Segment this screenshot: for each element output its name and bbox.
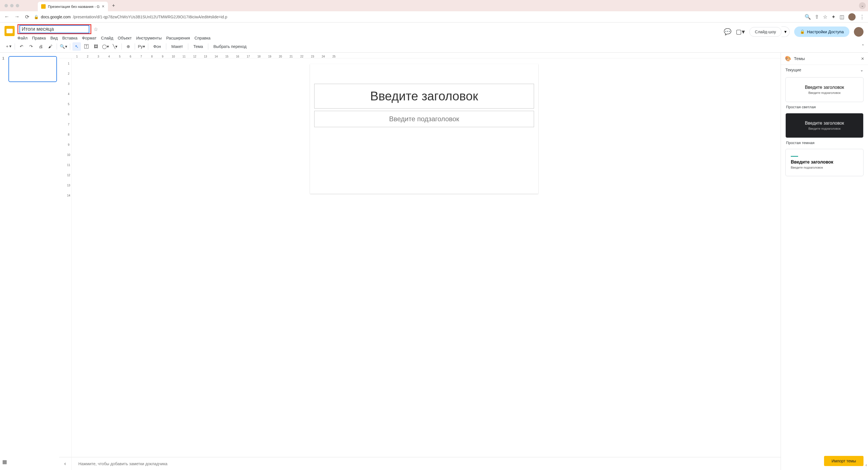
account-avatar[interactable]: [854, 27, 864, 37]
menu-arrange[interactable]: Объект: [118, 36, 132, 40]
separator: [121, 43, 122, 50]
comment-tool[interactable]: ⊕: [124, 42, 132, 51]
new-tab-button[interactable]: +: [110, 2, 118, 9]
slide-filmstrip: 1 ▦: [0, 53, 59, 470]
main: 1 ▦ 123456789101112131415161718192021222…: [0, 53, 868, 470]
theme-card-dark[interactable]: Введите заголовок Введите подзаголовок: [785, 113, 864, 138]
accent-bar: [791, 156, 798, 157]
undo-button[interactable]: ↶: [17, 42, 26, 51]
star-icon[interactable]: ☆: [94, 26, 98, 32]
grid-view-icon[interactable]: ▦: [2, 459, 7, 465]
menu-tools[interactable]: Инструменты: [136, 36, 161, 40]
theme-button[interactable]: Тема: [190, 44, 206, 49]
close-panel-icon[interactable]: ×: [861, 56, 864, 62]
title-highlight: [18, 24, 91, 34]
zoom-icon[interactable]: 🔍: [805, 14, 811, 20]
slide-thumbnail-1[interactable]: [8, 56, 57, 82]
background-button[interactable]: Фон: [151, 44, 164, 49]
slideshow-dropdown[interactable]: ▾: [781, 27, 789, 37]
theme-name-light: Простая светлая: [785, 104, 864, 111]
title-placeholder[interactable]: Введите заголовок: [314, 84, 534, 109]
textbox-tool[interactable]: 🅃: [82, 42, 90, 51]
lock-icon: 🔒: [800, 29, 805, 34]
share-button[interactable]: 🔒 Настройки Доступа: [794, 27, 849, 37]
doc-title-input[interactable]: [20, 25, 89, 33]
select-tool[interactable]: ↖: [72, 42, 81, 51]
zoom-dropdown[interactable]: 🔍▾: [59, 42, 68, 51]
collapse-side-icon[interactable]: ‹: [865, 463, 867, 467]
browser-chrome: Презентация без названия - G × + ⌄ ← → ⟳…: [0, 0, 868, 23]
meet-camera-icon[interactable]: ▢▾: [736, 28, 745, 35]
menu-edit[interactable]: Правка: [32, 36, 46, 40]
slide-canvas[interactable]: Введите заголовок Введите подзаголовок: [310, 64, 538, 194]
print-button[interactable]: 🖨: [36, 42, 45, 51]
comments-icon[interactable]: 💬: [724, 28, 731, 35]
theme-name-dark: Простая темная: [785, 140, 864, 147]
vertical-ruler: 1234567891011121314: [66, 58, 71, 470]
slide-number: 1: [2, 56, 6, 82]
share-url-icon[interactable]: ⇧: [815, 14, 819, 20]
menu-slide[interactable]: Слайд: [101, 36, 113, 40]
canvas-scroll[interactable]: Введите заголовок Введите подзаголовок: [59, 58, 781, 457]
shape-tool[interactable]: ◯▾: [101, 42, 110, 51]
bookmark-icon[interactable]: ☆: [823, 14, 828, 20]
collapse-toolbar-icon[interactable]: ˄: [862, 44, 864, 49]
menu-file[interactable]: Файл: [18, 36, 28, 40]
image-tool[interactable]: 🖼: [92, 42, 100, 51]
script-dropdown[interactable]: Py ▾: [137, 42, 146, 51]
close-window-icon[interactable]: [4, 4, 8, 7]
transition-button[interactable]: Выбрать переход: [211, 44, 249, 49]
tabs-dropdown-button[interactable]: ⌄: [859, 2, 866, 9]
address-bar[interactable]: 🔒 docs.google.com/presentation/d/1-qp78z…: [34, 14, 801, 19]
chevron-down-icon: ⌄: [860, 68, 864, 72]
layout-button[interactable]: Макет: [168, 44, 186, 49]
tab-bar: Презентация без названия - G × + ⌄: [0, 0, 868, 11]
separator: [70, 43, 70, 50]
minimize-window-icon[interactable]: [10, 4, 13, 7]
themes-current-dropdown[interactable]: Текущие ⌄: [781, 65, 868, 75]
separator: [135, 43, 135, 50]
kebab-menu-icon[interactable]: ⋮: [860, 14, 865, 20]
notes-placeholder: Нажмите, чтобы добавить заметки докладчи…: [79, 462, 167, 466]
line-tool[interactable]: ╲▾: [111, 42, 119, 51]
theme-card-light[interactable]: Введите заголовок Введите подзаголовок: [785, 77, 864, 102]
menu-view[interactable]: Вид: [51, 36, 58, 40]
menu-insert[interactable]: Вставка: [62, 36, 78, 40]
new-slide-button[interactable]: ＋▾: [4, 42, 12, 51]
redo-button[interactable]: ↷: [27, 42, 35, 51]
palette-icon: 🎨: [785, 56, 791, 62]
url-bar: ← → ⟳ 🔒 docs.google.com/presentation/d/1…: [0, 11, 868, 23]
title-area: ☆ Файл Правка Вид Вставка Формат Слайд О…: [18, 24, 211, 40]
theme-card-accent[interactable]: Введите заголовок Введите подзаголовок: [785, 149, 864, 176]
subtitle-placeholder[interactable]: Введите подзаголовок: [314, 111, 534, 127]
separator: [14, 43, 15, 50]
window-controls[interactable]: [4, 4, 19, 7]
speaker-notes[interactable]: ‹ Нажмите, чтобы добавить заметки доклад…: [59, 457, 781, 470]
browser-tab[interactable]: Презентация без названия - G ×: [38, 2, 108, 11]
themes-panel: 🎨 Темы × Текущие ⌄ Введите заголовок Вве…: [781, 53, 868, 470]
slides-logo-icon[interactable]: [4, 26, 14, 36]
panel-icon[interactable]: ◫: [840, 14, 844, 20]
reload-button[interactable]: ⟳: [24, 13, 30, 20]
slideshow-button[interactable]: Слайд-шоу: [749, 27, 781, 37]
url-path: /presentation/d/1-qp78zwChWsYUs3B1SUnl12…: [73, 14, 227, 19]
menu-extensions[interactable]: Расширения: [166, 36, 190, 40]
extensions-icon[interactable]: ✦: [831, 14, 836, 20]
maximize-window-icon[interactable]: [16, 4, 19, 7]
profile-avatar-icon[interactable]: [848, 13, 856, 21]
url-actions: 🔍 ⇧ ☆ ✦ ◫ ⋮: [805, 13, 865, 21]
lock-icon: 🔒: [34, 14, 39, 19]
forward-button[interactable]: →: [13, 13, 20, 20]
import-theme-button[interactable]: Импорт темы: [824, 456, 864, 466]
paint-format-button[interactable]: 🖌: [46, 42, 54, 51]
menu-format[interactable]: Формат: [82, 36, 97, 40]
close-tab-icon[interactable]: ×: [102, 4, 104, 9]
tab-title: Презентация без названия - G: [48, 4, 99, 9]
canvas-area: 1234567891011121314151617181920212223242…: [59, 53, 781, 470]
separator: [57, 43, 57, 50]
app-header: ☆ Файл Правка Вид Вставка Формат Слайд О…: [0, 23, 868, 40]
themes-list[interactable]: Введите заголовок Введите подзаголовок П…: [781, 75, 868, 453]
separator: [148, 43, 148, 50]
menu-help[interactable]: Справка: [194, 36, 211, 40]
back-button[interactable]: ←: [3, 13, 10, 20]
